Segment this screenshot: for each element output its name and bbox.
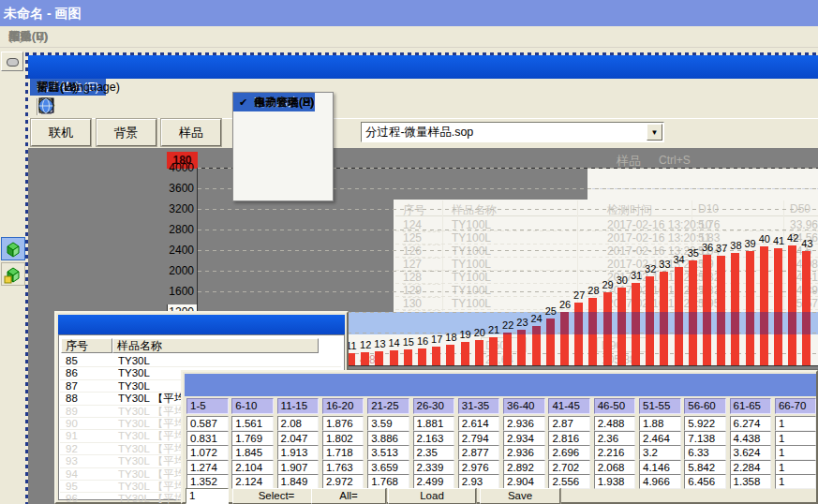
dist-cell[interactable]: 1.718 (322, 445, 364, 460)
dist-cell[interactable]: 1.769 (231, 431, 274, 446)
dist-cell[interactable]: 2.163 (413, 431, 455, 446)
sample-row[interactable]: 85TY30L (60, 355, 341, 367)
dist-cell[interactable]: 1.849 (277, 474, 320, 489)
dist-cell[interactable]: 2.216 (594, 445, 636, 460)
dist-cell[interactable]: 1.913 (277, 445, 320, 460)
dist-cell[interactable]: 2.696 (548, 445, 590, 460)
dist-cell[interactable]: 1.907 (277, 460, 320, 475)
load-button[interactable]: Load (388, 488, 476, 504)
menu-item-6[interactable]: 电子签名(E) (233, 93, 314, 111)
paint-menu-item-5[interactable]: 帮助(H) (8, 26, 48, 48)
all-button[interactable]: All= (311, 488, 386, 504)
dist-cell[interactable]: 2.464 (639, 431, 681, 446)
globe-icon[interactable] (36, 97, 56, 116)
dist-cell[interactable]: 3.59 (367, 416, 409, 431)
dist-cell[interactable]: 1.358 (730, 474, 772, 489)
dist-cell[interactable]: 0.587 (186, 416, 229, 431)
dist-cell[interactable]: 2.93 (458, 474, 500, 489)
dist-cell[interactable]: 3.886 (367, 431, 409, 446)
app-menu-item-7[interactable]: 帮助(H) (30, 79, 82, 96)
dist-cell[interactable]: 1 (775, 474, 817, 489)
save-button[interactable]: Save (480, 488, 560, 504)
dist-cell[interactable]: 1 (775, 416, 817, 431)
dist-cell[interactable]: 2.339 (413, 460, 455, 475)
cube-alt-icon (4, 265, 22, 284)
dist-cell[interactable]: 2.556 (548, 474, 590, 489)
dist-cell[interactable]: 2.794 (458, 431, 500, 446)
dist-cell[interactable]: 6.274 (730, 416, 772, 431)
tool-cube-icon[interactable] (1, 237, 25, 260)
button-样品[interactable]: 样品 (161, 119, 221, 146)
chart-bar-label: 43 (796, 238, 817, 249)
sample-cell-no: 96 (66, 493, 78, 504)
dist-cell[interactable]: 1.352 (186, 474, 229, 489)
dist-cell[interactable]: 2.488 (594, 416, 636, 431)
sample-cell-name: TY30L (118, 367, 150, 379)
dist-cell[interactable]: 2.877 (458, 445, 500, 460)
dist-cell[interactable]: 2.87 (548, 416, 590, 431)
sop-combobox[interactable]: 分过程-微量样品.sop ▼ (361, 122, 664, 142)
dist-cell[interactable]: 6.456 (684, 474, 726, 489)
dist-cell[interactable]: 2.36 (594, 431, 636, 446)
dist-cell[interactable]: 1 (775, 445, 817, 460)
dist-cell[interactable]: 1 (775, 460, 817, 475)
dist-cell[interactable]: 3.2 (639, 445, 681, 460)
app-toolbar: ✂✕ (28, 96, 818, 119)
dist-cell[interactable]: 1.938 (594, 474, 636, 489)
dist-cell[interactable]: 2.08 (277, 416, 320, 431)
dist-cell[interactable]: 2.934 (503, 431, 545, 446)
paint-tool-rounded-rect-icon[interactable] (1, 52, 23, 71)
dist-cell[interactable]: 2.972 (322, 474, 364, 489)
dist-cell[interactable]: 2.124 (231, 474, 274, 489)
dist-cell[interactable]: 0.831 (186, 431, 229, 446)
dist-cell[interactable]: 3.659 (367, 460, 409, 475)
chart-bar (546, 319, 555, 365)
select-button[interactable]: Select= (232, 488, 320, 504)
tool-cube-alt-icon[interactable] (1, 262, 25, 286)
dist-cell[interactable]: 2.936 (503, 445, 545, 460)
button-背景[interactable]: 背景 (97, 119, 156, 146)
distribution-window-strip (185, 374, 816, 396)
dist-cell[interactable]: 4.146 (639, 460, 681, 475)
dist-cell[interactable]: 1.881 (413, 416, 455, 431)
dist-cell[interactable]: 1.072 (186, 445, 229, 460)
dist-cell[interactable]: 3.513 (367, 445, 409, 460)
dist-cell[interactable]: 1.802 (322, 431, 364, 446)
dist-cell[interactable]: 2.976 (458, 460, 500, 475)
dist-cell[interactable]: 2.702 (548, 460, 590, 475)
chart-bar (703, 255, 711, 365)
dist-cell[interactable]: 2.35 (413, 445, 455, 460)
dist-cell[interactable]: 7.138 (684, 431, 726, 446)
dist-cell[interactable]: 2.047 (277, 431, 320, 446)
dist-cell[interactable]: 1.768 (367, 474, 409, 489)
button-联机[interactable]: 联机 (31, 119, 91, 146)
dist-cell[interactable]: 4.966 (639, 474, 681, 489)
dist-cell[interactable]: 2.068 (594, 460, 636, 475)
dist-cell[interactable]: 6.33 (684, 445, 726, 460)
chart-bar (560, 312, 569, 365)
dist-cell[interactable]: 2.936 (503, 416, 545, 431)
dist-cell[interactable]: 1.88 (639, 416, 681, 431)
dist-cell[interactable]: 5.842 (684, 460, 726, 475)
dist-cell[interactable]: 1.274 (186, 460, 229, 475)
dist-cell[interactable]: 2.816 (548, 431, 590, 446)
sample-cell-name: TY30L (118, 380, 150, 393)
dist-cell[interactable]: 3.624 (730, 445, 772, 460)
dist-cell[interactable]: 5.922 (684, 416, 726, 431)
count-input[interactable]: 1 (186, 488, 229, 504)
dist-cell[interactable]: 2.904 (503, 474, 545, 489)
dist-cell[interactable]: 1 (775, 431, 817, 446)
dist-cell[interactable]: 1.763 (322, 460, 364, 475)
chevron-down-icon[interactable]: ▼ (647, 124, 662, 141)
dist-cell[interactable]: 1.845 (231, 445, 274, 460)
app-menubar: 文件(F)编辑(E)分析(A)测试(M)电子签名(E)语言(Language)窗… (28, 79, 818, 96)
dist-cell[interactable]: 2.614 (458, 416, 500, 431)
dist-cell[interactable]: 2.104 (231, 460, 274, 475)
dist-cell[interactable]: 1.561 (231, 416, 274, 431)
dist-cell[interactable]: 1.876 (322, 416, 364, 431)
sample-cell-no: 88 (66, 393, 78, 405)
dist-cell[interactable]: 2.499 (413, 474, 455, 489)
dist-cell[interactable]: 4.438 (730, 431, 772, 446)
dist-cell[interactable]: 2.284 (730, 460, 772, 475)
dist-cell[interactable]: 2.892 (503, 460, 545, 475)
